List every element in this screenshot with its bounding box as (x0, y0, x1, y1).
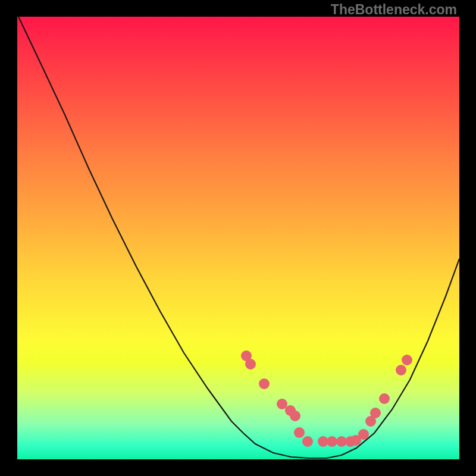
scatter-point (350, 435, 361, 446)
scatter-point (290, 411, 300, 421)
chart-plot-area (17, 17, 459, 459)
scatter-point (318, 436, 328, 447)
watermark-text: TheBottleneck.com (331, 2, 457, 18)
scatter-point (336, 436, 347, 447)
scatter-point (245, 359, 256, 369)
scatter-point (277, 399, 287, 409)
scatter-point (302, 436, 313, 447)
scatter-point (370, 408, 381, 418)
scatter-point (327, 436, 337, 447)
scatter-point (345, 436, 356, 447)
scatter-points (241, 350, 412, 447)
scatter-point (365, 416, 376, 427)
scatter-point (285, 405, 296, 416)
scatter-point (259, 378, 270, 389)
chart-svg (17, 17, 459, 459)
scatter-point (241, 350, 252, 361)
scatter-point (358, 429, 369, 440)
bottleneck-curve (18, 17, 459, 458)
scatter-point (379, 393, 390, 404)
scatter-point (396, 365, 406, 375)
scatter-point (294, 427, 305, 438)
chart-frame: TheBottleneck.com (0, 0, 476, 476)
scatter-point (402, 355, 412, 365)
